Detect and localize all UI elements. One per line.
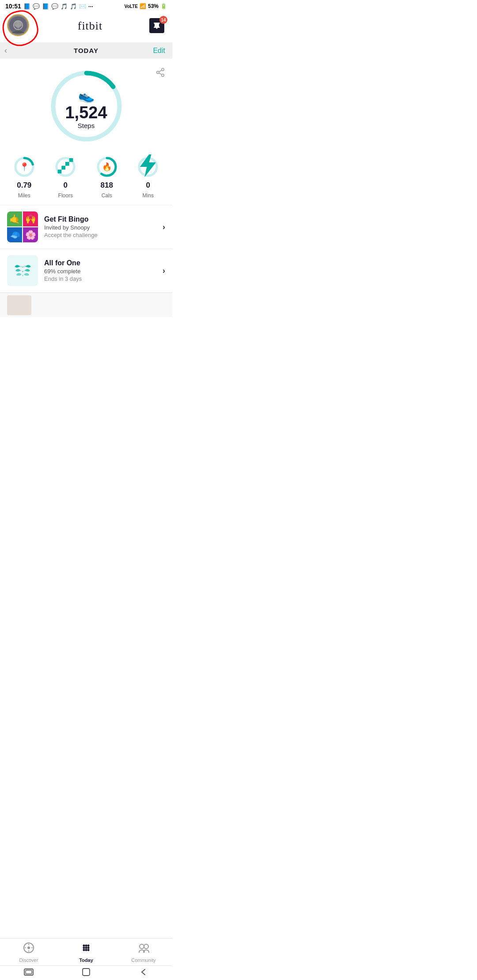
bingo-info: Get Fit Bingo Invited by Snoopy Accept t… xyxy=(44,215,156,238)
allforone-action: Ends in 3 days xyxy=(44,275,156,282)
cals-label: Cals xyxy=(102,192,112,199)
bingo-title: Get Fit Bingo xyxy=(44,215,156,223)
allforone-title: All for One xyxy=(44,259,156,267)
location-icon: 📍 xyxy=(19,162,29,172)
app-header: fitbit 14 xyxy=(0,11,172,42)
facebook2-icon: 📘 xyxy=(42,3,49,10)
tiktok-icon: 🎵 xyxy=(61,3,68,10)
stat-cals[interactable]: 🔥 818 Cals xyxy=(95,155,118,199)
steps-label: Steps xyxy=(78,122,95,129)
notification-badge: 14 xyxy=(159,16,167,24)
allforone-logo xyxy=(7,255,38,286)
sub-header: ‹ TODAY Edit xyxy=(0,42,172,59)
status-time: 10:51 xyxy=(5,3,21,10)
bolt-svg xyxy=(136,155,159,177)
mustache-svg xyxy=(11,259,35,283)
mins-circle xyxy=(136,155,159,178)
bingo-chevron: › xyxy=(163,222,165,232)
bingo-image: 🤙 🙌 🧢 🌸 xyxy=(7,211,38,242)
stat-mins[interactable]: 0 Mins xyxy=(136,155,159,199)
svg-line-8 xyxy=(159,73,162,75)
bingo-photo-2: 🙌 xyxy=(23,211,38,226)
floors-value: 0 xyxy=(64,181,68,190)
stat-floors[interactable]: 0 Floors xyxy=(54,155,77,199)
svg-point-5 xyxy=(162,68,164,71)
facebook-icon: 📘 xyxy=(23,3,30,10)
shoe-icon: 👟 xyxy=(78,88,95,103)
allforone-info: All for One 69% complete Ends in 3 days xyxy=(44,259,156,282)
partial-card[interactable] xyxy=(0,293,172,317)
signal-icon: 📶 xyxy=(140,3,146,9)
avatar[interactable] xyxy=(7,14,29,36)
battery-icon: 🔋 xyxy=(160,3,167,9)
partial-image xyxy=(7,295,31,315)
mins-label: Mins xyxy=(143,192,154,199)
bottom-padding xyxy=(0,317,172,361)
bell-icon xyxy=(152,21,161,30)
stat-miles[interactable]: 📍 0.79 Miles xyxy=(13,155,36,199)
bingo-photo-3: 🧢 xyxy=(7,227,22,242)
allforone-subtitle: 69% complete xyxy=(44,268,156,275)
battery-percent: 53% xyxy=(148,3,159,9)
miles-label: Miles xyxy=(18,192,30,199)
challenge-allforone[interactable]: All for One 69% complete Ends in 3 days … xyxy=(0,249,172,293)
steps-circle[interactable]: 👟 1,524 Steps xyxy=(48,68,125,145)
svg-line-9 xyxy=(159,70,162,72)
tiktok2-icon: 🎵 xyxy=(70,3,77,10)
stats-row: 📍 0.79 Miles 0 Floors 🔥 818 xyxy=(0,149,172,205)
status-left: 10:51 📘 💬 📘 💬 🎵 🎵 ✉️ ··· xyxy=(5,3,93,10)
flame-icon: 🔥 xyxy=(102,162,112,172)
stairs-svg xyxy=(54,155,77,177)
miles-circle: 📍 xyxy=(13,155,36,178)
volte-icon: VoLTE xyxy=(125,4,138,9)
avatar-image xyxy=(9,16,27,34)
dots-icon: ··· xyxy=(88,3,93,10)
stairs-icon xyxy=(54,155,77,180)
messenger-icon: 💬 xyxy=(33,3,40,10)
floors-label: Floors xyxy=(58,192,73,199)
avatar-wrap[interactable] xyxy=(7,14,31,38)
steps-count: 1,524 xyxy=(65,104,107,121)
notification-button[interactable]: 14 xyxy=(149,18,165,34)
status-right: VoLTE 📶 53% 🔋 xyxy=(125,3,167,9)
status-bar: 10:51 📘 💬 📘 💬 🎵 🎵 ✉️ ··· VoLTE 📶 53% 🔋 xyxy=(0,0,172,11)
share-icon xyxy=(155,68,165,77)
svg-point-6 xyxy=(162,74,164,77)
app-title: fitbit xyxy=(78,19,103,33)
edit-button[interactable]: Edit xyxy=(153,47,165,55)
cals-circle: 🔥 xyxy=(95,155,118,178)
miles-value: 0.79 xyxy=(17,181,31,190)
allforone-chevron: › xyxy=(163,266,165,275)
back-chevron[interactable]: ‹ xyxy=(4,46,7,55)
floors-circle xyxy=(54,155,77,178)
bingo-photo-1: 🤙 xyxy=(7,211,22,226)
bingo-action: Accept the challenge xyxy=(44,232,156,238)
mins-value: 0 xyxy=(146,181,150,190)
bingo-photo-4: 🌸 xyxy=(23,227,38,242)
bolt-icon xyxy=(136,155,159,180)
messenger2-icon: 💬 xyxy=(51,3,58,10)
sms-icon: ✉️ xyxy=(79,3,86,10)
steps-inner: 👟 1,524 Steps xyxy=(65,88,107,129)
svg-point-7 xyxy=(157,71,159,74)
bingo-subtitle: Invited by Snoopy xyxy=(44,224,156,231)
date-label: TODAY xyxy=(74,47,98,54)
challenges-section: 🤙 🙌 🧢 🌸 Get Fit Bingo Invited by Snoopy … xyxy=(0,205,172,317)
challenge-bingo[interactable]: 🤙 🙌 🧢 🌸 Get Fit Bingo Invited by Snoopy … xyxy=(0,205,172,249)
cals-value: 818 xyxy=(101,181,113,190)
mustache-icon xyxy=(11,259,35,283)
share-button[interactable] xyxy=(155,68,165,79)
steps-section: 👟 1,524 Steps xyxy=(0,59,172,149)
